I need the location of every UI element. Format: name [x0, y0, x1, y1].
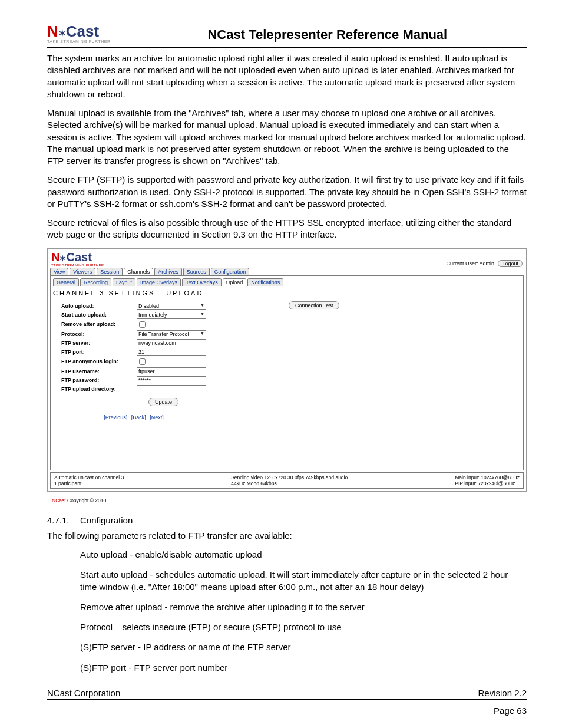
item-3: Remove after upload - remove the archive… — [80, 601, 527, 613]
body-para-4: Secure retrieval of files is also possib… — [47, 217, 527, 241]
item-4: Protocol – selects insecure (FTP) or sec… — [80, 621, 527, 633]
label-remove-after: Remove after upload: — [61, 321, 132, 327]
main-tabs: View Viewers Session Channels Archives S… — [48, 268, 526, 275]
label-protocol: Protocol: — [61, 331, 132, 337]
link-previous[interactable]: [Previous] — [104, 414, 127, 420]
sub-tabs: General Recording Layout Image Overlays … — [53, 278, 521, 286]
input-ftp-pass[interactable] — [137, 376, 206, 384]
body-para-2: Manual upload is available from the "Arc… — [47, 107, 527, 167]
logout-button[interactable]: Logout — [498, 260, 523, 267]
label-ftp-port: FTP port: — [61, 349, 132, 355]
footer: NCast Corporation Revision 2.2 — [47, 688, 527, 700]
form-right-column: Connection Test — [289, 301, 339, 309]
label-ftp-server: FTP server: — [61, 340, 132, 346]
label-start-auto: Start auto upload: — [61, 312, 132, 318]
settings-panel: General Recording Layout Image Overlays … — [50, 275, 524, 470]
item-2: Start auto upload - schedules automatic … — [80, 569, 527, 593]
status-mid: Sending video 1280x720 30.0fps 749kbps a… — [231, 475, 348, 486]
input-ftp-dir[interactable] — [137, 385, 206, 393]
label-ftp-pass: FTP password: — [61, 377, 132, 383]
checkbox-remove-after[interactable] — [139, 321, 146, 328]
section-items: Auto upload - enable/disable automatic u… — [80, 549, 527, 674]
logo-star: ✶ — [58, 28, 66, 38]
input-ftp-server[interactable] — [137, 339, 206, 347]
logo-subtitle: TAKE STREAMING FURTHER — [47, 39, 111, 44]
tab-sources[interactable]: Sources — [183, 268, 210, 275]
item-5: (S)FTP server - IP address or name of th… — [80, 641, 527, 653]
logo-n: N — [47, 22, 58, 40]
subtab-upload[interactable]: Upload — [223, 278, 247, 286]
label-auto-upload: Auto upload: — [61, 303, 132, 309]
form-column: Auto upload: Start auto upload: Remove a… — [61, 301, 206, 420]
tab-session[interactable]: Session — [97, 268, 123, 275]
embedded-screenshot: N✶Cast TAKE STREAMING FURTHER Current Us… — [47, 248, 527, 492]
section-intro: The following parameters related to FTP … — [47, 530, 527, 542]
link-next[interactable]: [Next] — [150, 414, 164, 420]
section-heading: 4.7.1.Configuration — [47, 515, 527, 525]
subtab-recording[interactable]: Recording — [80, 278, 111, 286]
label-ftp-user: FTP username: — [61, 368, 132, 374]
tab-configuration[interactable]: Configuration — [211, 268, 250, 275]
page-title: NCast Telepresenter Reference Manual — [128, 27, 527, 42]
select-start-auto[interactable] — [137, 311, 206, 319]
nav-links: [Previous] [Back] [Next] — [61, 414, 206, 420]
shot-logo: N✶Cast TAKE STREAMING FURTHER — [51, 251, 104, 267]
page-number: Page 63 — [47, 706, 527, 716]
checkbox-ftp-anon[interactable] — [139, 358, 146, 365]
subtab-image-overlays[interactable]: Image Overlays — [137, 278, 181, 286]
status-right: Main input: 1024x768@60Hz PIP input: 720… — [455, 475, 520, 486]
subtab-notifications[interactable]: Notifications — [247, 278, 283, 286]
status-left: Automatic unicast on channel 3 1 partici… — [54, 475, 124, 486]
label-ftp-anon: FTP anonymous login: — [61, 358, 132, 364]
status-bar: Automatic unicast on channel 3 1 partici… — [50, 472, 524, 489]
tab-channels[interactable]: Channels — [124, 268, 153, 275]
shot-copyright: NCast Copyright © 2010 — [47, 498, 527, 503]
connection-test-button[interactable]: Connection Test — [289, 301, 339, 309]
subtab-text-overlays[interactable]: Text Overlays — [182, 278, 222, 286]
subtab-general[interactable]: General — [53, 278, 79, 286]
update-button[interactable]: Update — [148, 398, 178, 406]
input-ftp-port[interactable] — [137, 348, 206, 356]
current-user: Current User: Admin Logout — [446, 260, 523, 267]
subtab-layout[interactable]: Layout — [113, 278, 135, 286]
select-protocol[interactable] — [137, 330, 206, 338]
item-6: (S)FTP port - FTP server port number — [80, 662, 527, 674]
input-ftp-user[interactable] — [137, 367, 206, 375]
panel-heading: CHANNEL 3 SETTINGS - UPLOAD — [53, 289, 521, 297]
footer-left: NCast Corporation — [47, 688, 120, 698]
page-header: N✶Cast TAKE STREAMING FURTHER NCast Tele… — [47, 24, 527, 48]
item-1: Auto upload - enable/disable automatic u… — [80, 549, 527, 561]
logo-ast: Cast — [66, 22, 99, 40]
link-back[interactable]: [Back] — [131, 414, 146, 420]
footer-right: Revision 2.2 — [478, 688, 527, 698]
logo: N✶Cast TAKE STREAMING FURTHER — [47, 24, 111, 44]
tab-viewers[interactable]: Viewers — [70, 268, 95, 275]
body-para-1: The system marks an archive for automati… — [47, 52, 527, 100]
label-ftp-dir: FTP upload directory: — [61, 386, 132, 392]
select-auto-upload[interactable] — [137, 302, 206, 310]
body-para-3: Secure FTP (SFTP) is supported with pass… — [47, 174, 527, 210]
tab-archives[interactable]: Archives — [154, 268, 182, 275]
tab-view[interactable]: View — [50, 268, 68, 275]
